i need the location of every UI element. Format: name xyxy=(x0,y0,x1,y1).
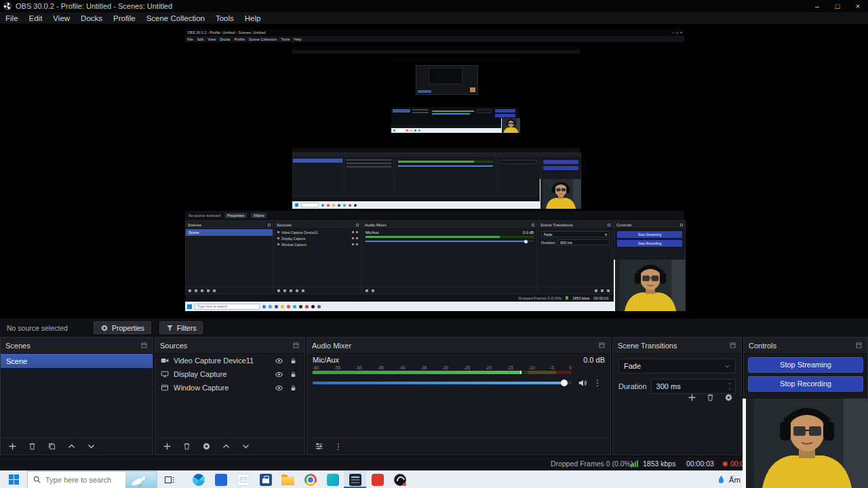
chrome-app-button[interactable] xyxy=(299,471,321,488)
properties-button[interactable]: Properties xyxy=(94,321,151,334)
add-scene-icon[interactable] xyxy=(8,442,17,451)
scene-item[interactable]: Scene xyxy=(1,354,153,368)
mini-icon xyxy=(356,243,358,245)
start-button[interactable] xyxy=(0,471,27,488)
minimize-button[interactable]: – xyxy=(807,0,827,12)
mixer-menu-icon[interactable]: ⋮ xyxy=(334,443,342,451)
blue-app-button[interactable] xyxy=(210,471,232,488)
source-properties-icon[interactable] xyxy=(202,442,211,451)
mini-icon xyxy=(281,305,284,308)
teal-app-button[interactable] xyxy=(321,471,344,488)
move-scene-down-icon[interactable] xyxy=(87,442,96,451)
search-input[interactable] xyxy=(45,476,116,484)
mini-panel-header xyxy=(344,153,393,158)
duration-spinner[interactable]: 300 ms xyxy=(651,379,736,394)
mini-toolbar xyxy=(538,287,612,293)
mini-slider xyxy=(398,165,493,167)
volume-slider[interactable] xyxy=(313,382,572,384)
mixer-toolbar: ⋮ xyxy=(307,437,610,455)
transition-select[interactable]: Fade xyxy=(618,359,736,373)
webcam-overlay-level3 xyxy=(501,118,520,133)
window-controls: – □ × xyxy=(807,0,868,12)
system-tray[interactable]: Ấm xyxy=(717,471,741,488)
menu-view[interactable]: View xyxy=(47,14,75,22)
lock-icon[interactable] xyxy=(290,357,297,365)
sources-panel-header[interactable]: Sources xyxy=(155,338,304,354)
mail-app-button[interactable] xyxy=(232,471,254,488)
popout-icon[interactable] xyxy=(729,342,736,349)
source-row[interactable]: Video Capture Device11 xyxy=(155,354,304,367)
source-row[interactable]: Window Capture xyxy=(155,381,304,394)
speaker-icon[interactable] xyxy=(578,378,587,388)
scenes-panel-header[interactable]: Scenes xyxy=(1,338,153,354)
visibility-icon[interactable] xyxy=(275,370,283,379)
mini-sources-panel: Sources Video Capture Device11 Display C… xyxy=(274,220,361,294)
remove-source-icon[interactable] xyxy=(182,442,191,451)
nested1-title: OBS 30.0.2 - Profile: Untitled - Scenes:… xyxy=(187,30,266,35)
source-row[interactable]: Display Capture xyxy=(155,367,304,381)
transitions-panel-header[interactable]: Scene Transitions xyxy=(613,338,741,354)
nested-obs-window-level1: OBS 30.0.2 - Profile: Untitled - Scenes:… xyxy=(184,28,685,310)
lock-icon[interactable] xyxy=(290,371,297,378)
move-scene-up-icon[interactable] xyxy=(67,442,76,451)
popout-icon[interactable] xyxy=(140,342,148,349)
mixer-panel-header[interactable]: Audio Mixer xyxy=(307,338,610,354)
transition-selected-value: Fade xyxy=(624,362,641,370)
menu-profile[interactable]: Profile xyxy=(108,14,141,22)
visibility-icon[interactable] xyxy=(275,357,283,365)
menu-file[interactable]: File xyxy=(0,14,24,22)
menu-docks[interactable]: Docks xyxy=(75,14,108,22)
menu-scene-collection[interactable]: Scene Collection xyxy=(141,14,210,22)
store-app-button[interactable] xyxy=(254,471,277,488)
browser-app-button[interactable] xyxy=(187,471,210,488)
mini-icon xyxy=(321,204,324,207)
taskbar-search[interactable] xyxy=(27,471,157,488)
obs-app-button[interactable] xyxy=(389,471,411,488)
stop-recording-button[interactable]: Stop Recording xyxy=(748,376,863,392)
volume-meter-peak xyxy=(520,371,521,374)
add-transition-icon[interactable] xyxy=(688,393,696,402)
menu-help[interactable]: Help xyxy=(239,14,267,22)
advanced-audio-icon[interactable] xyxy=(315,442,323,451)
popout-icon xyxy=(356,224,359,226)
remove-transition-icon[interactable] xyxy=(706,393,715,402)
mini-icon xyxy=(406,129,408,131)
menu-edit[interactable]: Edit xyxy=(24,14,48,22)
nested1-statusbar: Dropped Frames 0 (0.0%) 1853 kbps 00:00:… xyxy=(185,294,684,302)
sources-panel: Sources Video Capture Device11 Display C… xyxy=(155,337,305,455)
duplicate-scene-icon[interactable] xyxy=(47,442,56,451)
file-explorer-button[interactable] xyxy=(277,471,299,488)
menu-tools[interactable]: Tools xyxy=(210,14,239,22)
popout-icon[interactable] xyxy=(598,342,606,349)
transition-properties-icon[interactable] xyxy=(724,393,733,402)
task-view-button[interactable] xyxy=(157,471,182,488)
close-button[interactable]: × xyxy=(848,0,868,12)
statusbar: Dropped Frames 0 (0.0%) 1853 kbps 00:00:… xyxy=(0,455,868,470)
search-icon xyxy=(33,475,41,484)
preview-canvas[interactable]: OBS 30.0.2 - Profile: Untitled - Scenes:… xyxy=(0,24,868,319)
db-tick: -5 xyxy=(550,365,554,370)
add-source-icon[interactable] xyxy=(163,442,172,451)
volume-slider-handle[interactable] xyxy=(561,380,568,386)
spin-down-icon[interactable] xyxy=(728,387,732,391)
maximize-button[interactable]: □ xyxy=(827,0,848,12)
channel-menu-icon[interactable]: ⋮ xyxy=(593,379,601,387)
remove-scene-icon[interactable] xyxy=(28,442,37,451)
window-titlebar[interactable]: OBS 30.0.2 - Profile: Untitled - Scenes:… xyxy=(0,0,868,12)
active-app-button[interactable] xyxy=(344,471,366,488)
red-app-button[interactable] xyxy=(366,471,389,488)
move-source-up-icon[interactable] xyxy=(222,442,231,451)
mixer-panel-title: Audio Mixer xyxy=(312,342,351,350)
popout-icon xyxy=(680,224,683,226)
controls-panel-header[interactable]: Controls xyxy=(744,338,867,354)
popout-icon[interactable] xyxy=(292,342,300,349)
stop-streaming-button[interactable]: Stop Streaming xyxy=(748,357,863,373)
lock-icon[interactable] xyxy=(290,384,297,392)
move-source-down-icon[interactable] xyxy=(241,442,250,451)
popout-icon[interactable] xyxy=(855,342,863,349)
mini-icon xyxy=(296,289,298,292)
filters-button[interactable]: Filters xyxy=(159,321,203,334)
spin-up-icon[interactable] xyxy=(728,382,732,386)
visibility-icon[interactable] xyxy=(275,384,283,392)
mini-strip xyxy=(432,110,474,112)
